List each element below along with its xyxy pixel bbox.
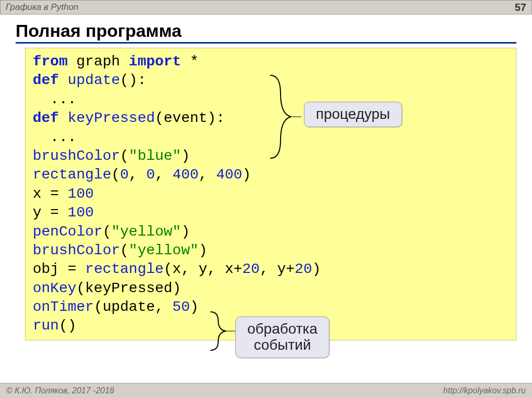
num: 100 <box>68 204 94 221</box>
fn-rectangle: rectangle <box>85 261 164 277</box>
ellipsis: ... <box>33 91 76 107</box>
paren-close: ) <box>198 242 207 258</box>
fn-pencolor: penColor <box>33 224 102 240</box>
fn-ontimer: onTimer <box>33 299 94 315</box>
paren-open: ( <box>111 167 120 183</box>
args: , y+ <box>260 261 295 277</box>
section-title: Полная программа <box>16 21 516 44</box>
paren-close: ) <box>181 148 190 164</box>
num: 0 <box>146 167 155 183</box>
paren: (event): <box>155 110 224 126</box>
num: 20 <box>242 261 260 277</box>
assign: obj = <box>33 261 85 277</box>
kw-def: def <box>33 110 59 126</box>
fn-brushcolor: brushColor <box>33 148 120 164</box>
callout-line1: обработка <box>247 321 317 337</box>
callout-line2: событий <box>254 337 311 353</box>
kw-def: def <box>33 72 59 88</box>
paren-close: ) <box>190 299 198 315</box>
callout-text: процедуры <box>316 106 390 122</box>
content-area: Полная программа from graph import * def… <box>0 15 532 340</box>
callout-procedures: процедуры <box>304 102 402 127</box>
comma: , <box>155 167 172 183</box>
header-topic: Графика в Python <box>6 2 78 12</box>
kw-from: from <box>33 53 68 70</box>
args: (update, <box>94 299 172 315</box>
star: * <box>190 53 199 70</box>
num: 100 <box>68 186 94 202</box>
assign: y = <box>33 204 68 221</box>
args: () <box>59 318 76 334</box>
footer-link[interactable]: http://kpolyakov.spb.ru <box>443 386 526 395</box>
comma: , <box>129 167 147 183</box>
callout-events: обработка событий <box>235 317 329 358</box>
fn-brushcolor: brushColor <box>33 242 120 258</box>
num: 400 <box>216 167 242 183</box>
ellipsis: ... <box>33 129 76 145</box>
header-bar: Графика в Python 57 <box>0 0 532 15</box>
paren-close: ) <box>181 224 190 240</box>
assign: x = <box>33 186 68 202</box>
page-number: 57 <box>515 2 526 13</box>
str-yellow: "yellow" <box>111 224 181 240</box>
paren-close: ) <box>242 167 251 183</box>
fn-update: update <box>68 72 120 88</box>
footer-bar: © К.Ю. Поляков, 2017 -2018 http://kpolya… <box>0 383 532 398</box>
kw-import: import <box>129 53 181 70</box>
args: (x, y, x+ <box>164 261 242 277</box>
paren-open: ( <box>120 148 129 164</box>
fn-rectangle: rectangle <box>33 167 111 183</box>
paren-open: ( <box>120 242 129 258</box>
paren-open: ( <box>102 224 111 240</box>
args: (keyPressed) <box>76 280 181 296</box>
fn-keypressed: keyPressed <box>68 110 155 126</box>
module-name: graph <box>76 53 120 70</box>
footer-copyright: © К.Ю. Поляков, 2017 -2018 <box>6 386 114 395</box>
paren: (): <box>120 72 146 88</box>
num: 400 <box>172 167 198 183</box>
num: 50 <box>172 299 190 315</box>
str-yellow: "yellow" <box>129 242 198 258</box>
str-blue: "blue" <box>129 148 181 164</box>
num: 20 <box>295 261 312 277</box>
code-listing: from graph import * def update(): ... de… <box>25 48 516 340</box>
fn-onkey: onKey <box>33 280 76 296</box>
comma: , <box>198 167 216 183</box>
num: 0 <box>120 167 129 183</box>
fn-run: run <box>33 318 59 334</box>
paren-close: ) <box>312 261 321 277</box>
